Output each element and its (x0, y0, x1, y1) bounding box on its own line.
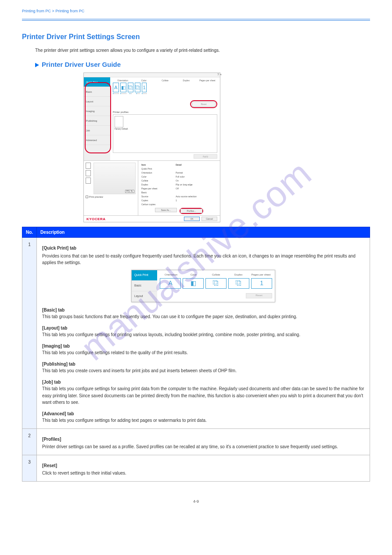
reset-button[interactable]: Reset (192, 102, 216, 107)
arrow-icon (35, 63, 39, 67)
print-preview-checkbox[interactable] (86, 196, 88, 198)
advanced-body: This tab lets you configure settings for… (42, 417, 364, 424)
tab-job[interactable]: Job (84, 126, 110, 135)
brand-logo: KYOCERA (86, 217, 106, 221)
tab-imaging[interactable]: Imaging (84, 106, 110, 116)
printer-profiles-label: Printer profiles: (113, 111, 217, 113)
row1-head: [Quick Print] tab (42, 245, 364, 252)
row3-body: Click to revert settings to their initia… (42, 470, 364, 477)
help-icon[interactable]: ? (217, 73, 219, 76)
save-as-button[interactable]: Save As... (155, 208, 177, 212)
callout-highlight-profiles: Profiles... (180, 208, 203, 214)
ok-button[interactable]: OK (184, 217, 200, 221)
profile-caption: Factory Default (115, 128, 216, 130)
description-table: No. Description 1 [Quick Print] tab Prov… (22, 227, 370, 482)
settings-summary-table: ItemDetail Quick Print OrientationPortra… (140, 162, 219, 207)
print-preview-label: Print preview (89, 196, 103, 198)
ms-tab-basic[interactable]: Basic (132, 281, 157, 291)
preview-thumb-3[interactable] (86, 178, 91, 184)
tab-layout[interactable]: Layout (84, 97, 110, 106)
cat-orientation: Orientation (113, 79, 133, 82)
apply-button[interactable]: Apply (194, 154, 217, 159)
layout-body: This tab lets you configure settings for… (42, 331, 364, 338)
advanced-head: [Advanced] tab (42, 410, 364, 417)
publishing-body: This tab lets you create covers and inse… (42, 367, 364, 374)
header-breadcrumb: Printing from PC > Printing from PC (22, 9, 84, 13)
col-desc: Description (37, 227, 370, 238)
ms-tab-layout[interactable]: Layout (132, 291, 157, 302)
pcl-badge: PCL XL (125, 190, 134, 193)
imaging-head: [Imaging] tab (42, 343, 364, 350)
basic-head: [Basic] tab (42, 307, 364, 314)
tab-basic[interactable]: Basic (84, 87, 110, 97)
ms-orientation-icon[interactable]: A (160, 278, 181, 289)
preview-thumb-2[interactable] (86, 170, 91, 176)
profiles-button[interactable]: Profiles... (180, 209, 202, 213)
dialog-sidebar: Quick Print Basic Layout Imaging Publish… (84, 77, 110, 160)
reference-link: Printer Driver User Guide (42, 61, 121, 68)
print-settings-dialog: ? × Quick Print Basic Layout Imaging Pub… (83, 73, 220, 222)
printer-image: PCL XL (94, 163, 136, 194)
cancel-button[interactable]: Cancel (201, 217, 217, 221)
cat-color: Color (134, 79, 154, 82)
page-number: 4-9 (22, 499, 370, 504)
tab-quick-print[interactable]: Quick Print (84, 77, 110, 87)
duplex-icon[interactable]: ⿻ (135, 83, 140, 92)
job-body: This tab lets you configure settings for… (42, 385, 364, 406)
row3-no: 3 (22, 455, 37, 481)
col-no: No. (22, 227, 37, 238)
cat-pages-per-sheet: Pages per sheet (198, 79, 217, 82)
row1-no: 1 (22, 238, 37, 429)
collate-icon[interactable]: ⿻ (128, 83, 133, 92)
ms-ppsheet-icon[interactable]: 1 (251, 278, 272, 289)
section-title: Printer Driver Print Settings Screen (22, 33, 370, 41)
layout-head: [Layout] tab (42, 325, 364, 332)
row3-head: [Reset] (42, 462, 364, 469)
row2-body: Printer driver settings can be saved as … (42, 443, 364, 450)
ms-tab-quick-print[interactable]: Quick Print (132, 270, 157, 281)
cat-duplex: Duplex (176, 79, 196, 82)
orientation-icon[interactable]: A (113, 83, 119, 92)
close-icon[interactable]: × (220, 73, 222, 76)
ms-reset-button[interactable]: Reset (246, 293, 272, 298)
row1-text: Provides icons that can be used to easil… (42, 253, 364, 266)
printer-profiles-box: Factory Default (113, 114, 217, 153)
ms-color-icon[interactable]: ◧ (183, 278, 204, 289)
cat-collate: Collate (155, 79, 175, 82)
color-icon[interactable]: ◧ (120, 83, 126, 92)
ms-duplex-icon[interactable]: ⿻ (228, 278, 249, 289)
quick-print-mini-screenshot: Quick Print Basic Layout Orientation Col… (131, 270, 275, 302)
preview-thumb-1[interactable] (86, 163, 91, 169)
section-lead: The printer driver print settings screen… (35, 48, 370, 53)
profile-thumb[interactable] (115, 116, 123, 127)
imaging-body: This tab lets you configure settings rel… (42, 349, 364, 356)
ms-collate-icon[interactable]: ⿻ (205, 278, 227, 289)
tab-advanced[interactable]: Advanced (84, 135, 110, 145)
pages-per-sheet-icon[interactable]: 1 (142, 83, 147, 92)
callout-highlight-reset: Reset (190, 100, 217, 108)
job-head: [Job] tab (42, 379, 364, 386)
basic-body: This tab groups basic functions that are… (42, 313, 364, 320)
row2-no: 2 (22, 428, 37, 455)
publishing-head: [Publishing] tab (42, 361, 364, 368)
row2-head: [Profiles] (42, 436, 364, 443)
tab-publishing[interactable]: Publishing (84, 116, 110, 126)
